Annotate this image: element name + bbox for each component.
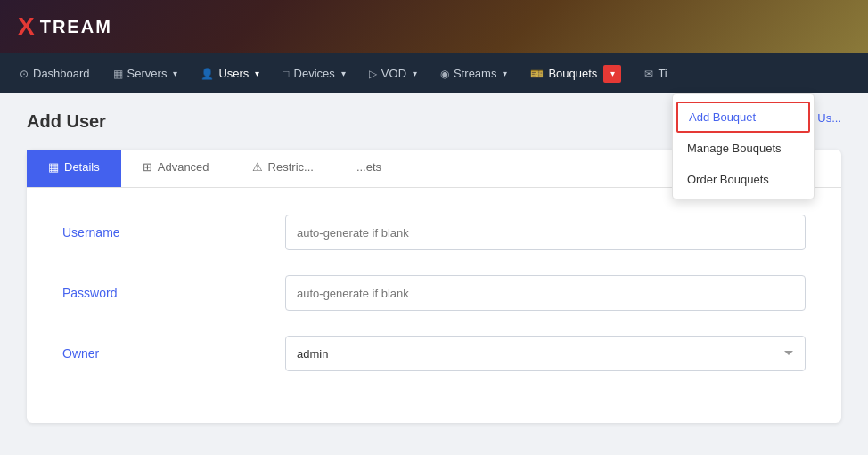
tab-bouquets-label: ...ets bbox=[356, 160, 381, 174]
nav-label-streams: Streams bbox=[454, 67, 496, 80]
owner-row: Owner admin bbox=[62, 336, 806, 371]
nav-label-tickets: Ti bbox=[658, 67, 667, 80]
bouquets-icon: 🎫 bbox=[530, 68, 544, 80]
devices-chevron-icon: ▾ bbox=[341, 69, 346, 78]
nav-item-tickets[interactable]: ✉ Ti bbox=[634, 53, 677, 93]
tab-details-icon: ▦ bbox=[48, 160, 59, 174]
users-icon: 👤 bbox=[201, 68, 214, 80]
bouquet-dropdown-menu: Add Bouquet Manage Bouquets Order Bouque… bbox=[672, 93, 815, 199]
nav-label-users: Users bbox=[218, 67, 249, 80]
nav-item-bouquets[interactable]: 🎫 Bouquets ▾ bbox=[520, 53, 632, 93]
nav-label-bouquets: Bouquets bbox=[548, 67, 597, 80]
servers-chevron-icon: ▾ bbox=[173, 69, 177, 78]
servers-icon: ▦ bbox=[113, 68, 123, 80]
users-chevron-icon: ▾ bbox=[255, 69, 259, 78]
vod-chevron-icon: ▾ bbox=[413, 69, 417, 78]
username-row: Username bbox=[62, 215, 806, 250]
tab-advanced-icon: ⊞ bbox=[143, 160, 152, 174]
vod-icon: ▷ bbox=[369, 68, 377, 80]
tab-advanced[interactable]: ⊞ Advanced bbox=[121, 150, 231, 187]
navbar: ⊙ Dashboard ▦ Servers ▾ 👤 Users ▾ □ Devi… bbox=[0, 53, 868, 93]
tickets-icon: ✉ bbox=[644, 68, 653, 80]
nav-item-streams[interactable]: ◉ Streams ▾ bbox=[430, 53, 518, 93]
password-label: Password bbox=[62, 286, 285, 300]
nav-label-servers: Servers bbox=[127, 67, 168, 80]
owner-select[interactable]: admin bbox=[285, 336, 806, 371]
logo-x: X bbox=[18, 12, 37, 41]
owner-label: Owner bbox=[62, 346, 285, 361]
nav-item-users[interactable]: 👤 Users ▾ bbox=[190, 53, 270, 93]
header: X TREAM bbox=[0, 0, 868, 53]
streams-chevron-icon: ▾ bbox=[503, 69, 507, 78]
form-body: Username Password Owner admin bbox=[27, 188, 841, 423]
bouquets-dropdown-button[interactable]: ▾ bbox=[603, 65, 621, 83]
nav-item-devices[interactable]: □ Devices ▾ bbox=[272, 53, 356, 93]
dropdown-item-add-bouquet[interactable]: Add Bouquet bbox=[676, 102, 810, 133]
username-input[interactable] bbox=[285, 215, 806, 250]
tab-restrictions-label: Restric... bbox=[268, 160, 314, 174]
tab-bouquets[interactable]: ...ets bbox=[335, 150, 403, 187]
nav-label-dashboard: Dashboard bbox=[33, 67, 90, 80]
password-row: Password bbox=[62, 275, 806, 311]
dropdown-item-order-bouquets[interactable]: Order Bouquets bbox=[673, 164, 814, 195]
tab-restrictions[interactable]: ⚠ Restric... bbox=[231, 150, 335, 187]
tab-details-label: Details bbox=[64, 160, 100, 174]
nav-label-devices: Devices bbox=[294, 67, 335, 80]
nav-label-vod: VOD bbox=[381, 67, 406, 80]
dropdown-item-manage-bouquets[interactable]: Manage Bouquets bbox=[673, 133, 814, 164]
password-input[interactable] bbox=[285, 275, 806, 311]
devices-icon: □ bbox=[283, 68, 289, 80]
logo[interactable]: X TREAM bbox=[18, 12, 112, 41]
dashboard-icon: ⊙ bbox=[20, 68, 29, 80]
username-label: Username bbox=[62, 225, 285, 240]
nav-item-servers[interactable]: ▦ Servers ▾ bbox=[102, 53, 189, 93]
nav-item-dashboard[interactable]: ⊙ Dashboard bbox=[9, 53, 101, 93]
streams-icon: ◉ bbox=[440, 68, 449, 80]
logo-text: TREAM bbox=[40, 17, 112, 37]
nav-item-vod[interactable]: ▷ VOD ▾ bbox=[358, 53, 428, 93]
tab-details[interactable]: ▦ Details bbox=[27, 150, 121, 187]
tab-restrictions-icon: ⚠ bbox=[252, 160, 263, 174]
tab-advanced-label: Advanced bbox=[158, 160, 209, 174]
